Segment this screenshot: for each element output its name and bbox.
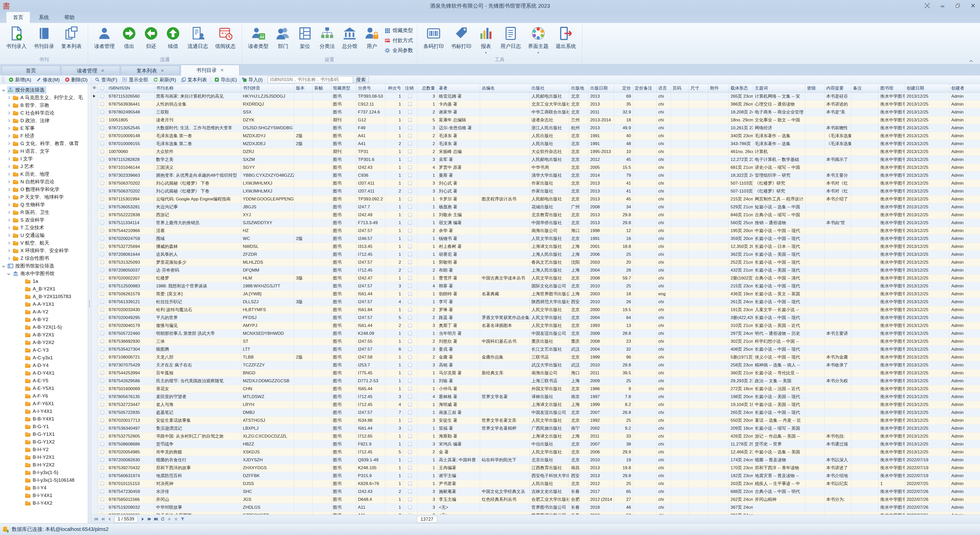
tree-item-class-D[interactable]: D 政治、法律 [0,117,88,124]
cancel-checkbox[interactable] [408,229,412,233]
column-header-书刊名称[interactable]: 书刊名称 [154,84,241,92]
row-checkbox[interactable] [100,110,104,114]
row-checkbox[interactable] [100,450,104,454]
row-checkbox[interactable] [100,395,104,398]
tree-item-shelf-2[interactable]: A_B-Y2X1105783 [0,293,88,300]
column-header-分类号[interactable]: 分类号 [356,84,385,92]
ribbon-button-classification[interactable]: 分类法 [316,25,339,51]
cancel-checkbox[interactable] [408,284,412,288]
row-checkbox[interactable] [100,387,104,391]
close-button[interactable] [970,2,977,9]
first-page-button[interactable] [94,517,99,522]
column-header-附件[interactable]: 附件 [708,84,729,92]
ribbon-button-ui-theme[interactable]: 界面主题▾ [525,25,552,55]
ribbon-button-lend[interactable]: 借出 [118,25,140,51]
tree-item-shelf-20[interactable]: B-G-Y1X1 [0,430,88,438]
column-header-版本[interactable]: 版本 [294,84,312,92]
ribbon-button-user-log[interactable]: 用户日志 [497,25,525,51]
column-header-图书馆[interactable]: 图书馆 [878,84,905,92]
tree-item-class-N[interactable]: N 自然科学总论 [0,178,88,186]
chevron-right-icon[interactable] [7,157,10,160]
column-header-密级[interactable]: 密级 [805,84,824,92]
row-checkbox[interactable] [100,229,104,233]
row-checkbox[interactable] [100,94,104,98]
row-checkbox[interactable] [100,292,104,296]
row-checkbox[interactable] [100,347,104,351]
chevron-right-icon[interactable] [7,219,10,221]
table-row[interactable]: 9787208050037达·芬奇密码DFQMM图书I712.4522布朗 著上… [91,266,980,274]
tree-item-shelf-6[interactable]: A-B-Y2X(1-5) [0,323,88,331]
cancel-checkbox[interactable] [408,363,412,367]
row-checkbox[interactable] [100,332,104,335]
tree-item-class-X[interactable]: X 环境科学、安全科学 [0,247,88,254]
row-checkbox[interactable] [100,419,104,422]
ribbon-button-label-print[interactable]: 书标打印 [447,25,475,51]
table-row[interactable]: 9787302339663拥抱变革: 从优秀走向卓越的48个组织转型YBBG:C… [91,171,980,179]
table-row[interactable]: 9787532752805寻路中国: 从乡村到工厂的自驾之旅XLZG:CXCDG… [91,432,980,440]
column-header-馆藏类型[interactable]: 馆藏类型 [331,84,356,92]
ribbon-button-shelf[interactable]: 架位 [294,25,316,51]
cancel-checkbox[interactable] [408,379,412,383]
next-page-button[interactable] [140,517,145,522]
cancel-checkbox[interactable] [408,142,412,146]
chevron-down-icon[interactable] [2,89,5,91]
table-row[interactable]: 9787802495548三双鞋SSX图书F737.124.612谢家华 著中华… [91,108,980,116]
cancel-checkbox[interactable] [408,110,412,114]
row-checkbox[interactable] [100,244,104,248]
table-row[interactable]: 9787511334114世界上最伟大的推销员SJSZWDDTXY图书F713.… [91,219,980,227]
table-row[interactable]: 9787101046144三国演义SGYY图书I242.4314罗贯中 原著中华… [91,164,980,171]
cancel-checkbox[interactable] [408,260,412,264]
row-checkbox[interactable] [100,102,104,106]
table-row[interactable]: 9787020054985肖申克的救赎XSKDJS图书I712.4552金 著人… [91,448,980,456]
document-tab-reader-manage[interactable]: 读者管理✕ [61,66,120,76]
ribbon-button-return[interactable]: 归还 [140,25,162,51]
column-header-定价备注[interactable]: 定价备注 [633,84,656,92]
row-checkbox[interactable] [100,237,104,240]
tree-item-class-J[interactable]: J 艺术 [0,163,88,170]
row-checkbox[interactable] [100,260,104,264]
tree-item-shelf-19[interactable]: B-G-Y1 [0,423,88,430]
maximize-button[interactable] [955,2,961,9]
table-row[interactable]: 9787200082630细菌的衣食住行XJDYSZH图书Q939.1-4911… [91,456,980,464]
cancel-checkbox[interactable] [408,403,412,406]
row-checkbox[interactable] [100,316,104,319]
table-row[interactable]: 9787519209032中华对联故事ZHDLGS图书A1113<无>世界图书出… [91,503,980,511]
row-checkbox[interactable] [100,497,104,501]
table-row[interactable]: 9787115301994云端代码: Google App Engine编程指南… [91,195,980,203]
table-row[interactable]: 9787208061644追风筝的人ZFZDR图书I712.4511胡赛尼 著上… [91,251,980,258]
table-row[interactable]: 9787542629586民主的细节: 当代美国政治观察随笔MZDXJ:DDMG… [91,377,980,385]
ribbon-button-department[interactable]: 部门 [272,25,294,51]
tree-item-shelf-13[interactable]: A-E-Y5 [0,377,88,384]
ribbon-button-reader-type[interactable]: 读者类型 [245,25,272,51]
cancel-checkbox[interactable] [408,490,412,494]
ribbon-button-book-catalog[interactable]: 书刊目录 [30,25,58,51]
table-row[interactable]: 9787108006721天龙八部TLBB2版图书I247.5812金庸 著金庸… [91,353,980,361]
search-input[interactable] [268,76,353,83]
column-header-indicator[interactable]: ✳ [91,84,97,92]
table-row[interactable]: 9787010115153对决死神DJSS图书K828.6=7611尹书君著人民… [91,479,980,487]
row-checkbox[interactable] [100,505,104,509]
column-header-著者[interactable]: 著者 [437,84,480,92]
cancel-checkbox[interactable] [408,300,412,304]
table-row[interactable]: 9787506370202刘心武揭秘《红楼梦》 下卷LXWJMHLMXJ图书I2… [91,187,980,195]
row-checkbox[interactable] [100,442,104,446]
ribbon-button-exit-system[interactable]: 退出系统 [552,25,579,51]
tree-item-library[interactable]: 衡水中学图书馆 [0,270,88,278]
cancel-checkbox[interactable] [408,165,412,169]
tree-item-shelf-7[interactable]: A-B-Y2X1 [0,331,88,339]
tree-item-shelf-9[interactable]: A-C-Y3 [0,346,88,354]
row-checkbox[interactable] [100,371,104,375]
table-row[interactable]: 9787560631974地震防范百科DZFFBK图书P315.911谢宇主编西… [91,472,980,479]
document-tab-copy-list[interactable]: 复本列表✕ [121,66,180,76]
table-row[interactable]: 9787505722460明朝那些事儿 第壹部 洪武大帝MCNXSEDYBHWD… [91,329,980,337]
pager-refresh-button[interactable] [160,517,165,522]
chevron-right-icon[interactable] [7,119,10,122]
row-checkbox[interactable] [100,379,104,383]
tree-item-class-T[interactable]: T 工业技术 [0,224,88,232]
tree-item-class-C[interactable]: C 社会科学总论 [0,109,88,117]
table-row[interactable]: 9787020002207红楼梦HLM3版图书I242.4711曹雪芹 著中国古… [91,274,980,282]
close-icon[interactable]: ✕ [161,68,164,73]
row-checkbox[interactable] [100,403,104,406]
chevron-right-icon[interactable] [7,203,10,206]
tree-section-shelf-filter[interactable]: 按图书馆架位筛选 [0,262,88,270]
